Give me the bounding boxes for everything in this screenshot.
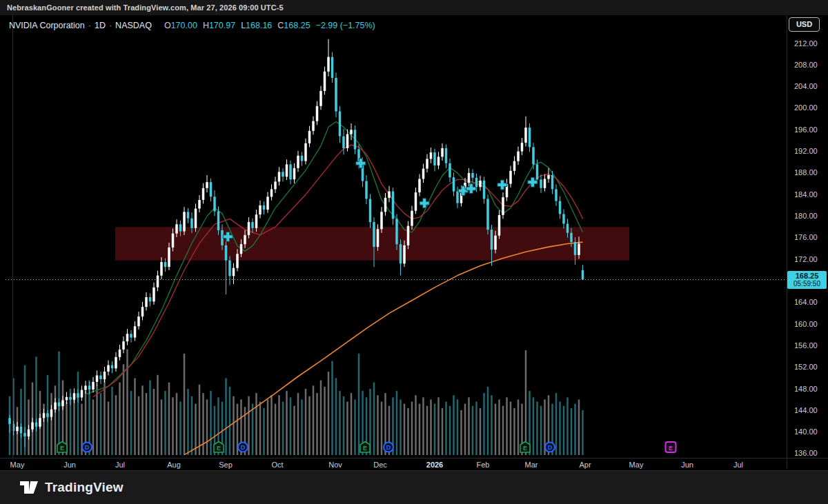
ohlc-readout: O170.00H170.97L168.16C168.25−2.99 (−1.75… [159, 21, 375, 30]
bar-countdown: 05:59:50 [787, 280, 827, 288]
symbol-legend[interactable]: NVIDIA Corporation·1D·NASDAQO170.00H170.… [9, 21, 375, 30]
change-value: −2.99 (−1.75%) [316, 21, 375, 30]
tradingview-logo-icon [19, 481, 39, 494]
time-tick-label: Sep [219, 461, 233, 469]
tradingview-wordmark: TradingView [45, 480, 124, 495]
symbol-name[interactable]: NVIDIA Corporation [9, 21, 85, 30]
open-value: 170.00 [171, 21, 197, 30]
high-value: 170.97 [209, 21, 235, 30]
exchange-label: NASDAQ [115, 21, 152, 30]
tradingview-logo-link[interactable]: TradingView [19, 480, 124, 495]
time-tick-label: Jun [63, 461, 76, 469]
time-tick-label: May [10, 461, 25, 469]
legend-separator: · [88, 21, 91, 30]
time-tick-label: Aug [167, 461, 181, 469]
time-tick-label: Oct [271, 461, 283, 469]
last-price-label: 168.25 05:59:50 [787, 271, 827, 289]
open-label: O [164, 21, 171, 30]
legend-separator: · [109, 21, 112, 30]
low-value: 168.16 [246, 21, 272, 30]
time-tick-label: 2026 [426, 461, 443, 469]
time-tick-label: Apr [579, 461, 591, 469]
close-label: C [277, 21, 284, 30]
interval-label[interactable]: 1D [95, 21, 106, 30]
tradingview-chart-window: NebraskanGooner created with TradingView… [0, 0, 828, 504]
time-tick-label: Jun [681, 461, 693, 469]
footer-bar: TradingView [0, 470, 828, 504]
currency-button[interactable]: USD [789, 17, 820, 32]
close-value: 168.25 [284, 21, 310, 30]
time-tick-label: Mar [525, 461, 538, 469]
attribution-text: NebraskanGooner created with TradingView… [7, 3, 284, 12]
time-tick-label: Jul [115, 461, 125, 469]
time-axis[interactable]: MayJunJulAugSepOctNovDec2026FebMarAprMay… [0, 0, 828, 504]
last-price-value: 168.25 [787, 272, 827, 280]
time-tick-label: Nov [328, 461, 342, 469]
time-tick-label: Dec [373, 461, 387, 469]
time-tick-label: Feb [477, 461, 490, 469]
attribution-bar: NebraskanGooner created with TradingView… [0, 0, 828, 15]
high-label: H [203, 21, 209, 30]
time-tick-label: May [629, 461, 644, 469]
time-tick-label: Jul [733, 461, 743, 469]
